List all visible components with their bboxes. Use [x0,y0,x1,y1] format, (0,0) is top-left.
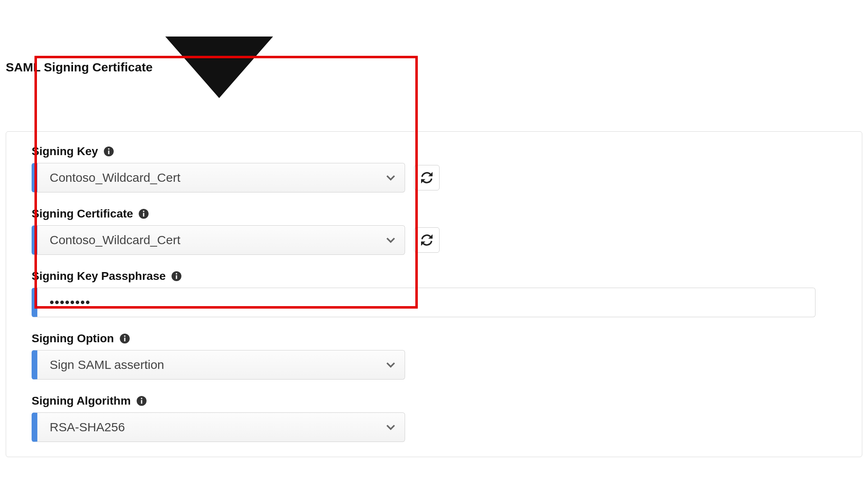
signing-certificate-refresh-button[interactable] [414,227,440,253]
signing-algorithm-select[interactable]: RSA-SHA256 [32,412,405,442]
refresh-icon [421,172,433,183]
signing-key-refresh-button[interactable] [414,165,440,190]
info-icon[interactable] [120,334,130,343]
chevron-down-icon [386,173,396,183]
signing-key-passphrase-input[interactable]: •••••••• [32,288,815,317]
svg-rect-10 [124,338,125,341]
refresh-icon [421,234,433,246]
info-icon[interactable] [139,209,149,219]
svg-rect-1 [108,151,109,154]
svg-point-2 [108,148,110,150]
svg-rect-13 [141,400,142,404]
chevron-down-icon [386,360,396,370]
signing-certificate-group: Signing Certificate Contoso_Wildcard_Cer… [32,207,836,255]
signing-key-group: Signing Key Contoso_Wildcard_Cert [32,145,836,192]
signing-certificate-label: Signing Certificate [32,207,133,220]
signing-certificate-select[interactable]: Contoso_Wildcard_Cert [32,225,405,255]
signing-key-value: Contoso_Wildcard_Cert [50,171,180,185]
signing-algorithm-label: Signing Algorithm [32,394,131,407]
signing-algorithm-group: Signing Algorithm RSA-SHA256 [32,394,836,442]
signing-key-passphrase-group: Signing Key Passphrase •••••••• [32,270,836,317]
signing-option-value: Sign SAML assertion [50,358,164,372]
svg-rect-7 [176,275,177,279]
section-title-text: SAML Signing Certificate [6,60,153,74]
signing-option-label: Signing Option [32,332,114,345]
svg-point-8 [176,273,177,275]
signing-certificate-value: Contoso_Wildcard_Cert [50,233,180,247]
signing-option-select[interactable]: Sign SAML assertion [32,350,405,380]
signing-key-label: Signing Key [32,145,98,158]
saml-signing-panel: Signing Key Contoso_Wildcard_Cert [6,131,862,457]
info-icon[interactable] [172,271,181,281]
svg-point-11 [124,335,126,337]
chevron-down-icon [386,235,396,245]
svg-point-5 [143,211,145,212]
chevron-down-icon [386,422,396,432]
svg-rect-4 [143,213,144,217]
svg-point-14 [141,398,142,399]
info-icon[interactable] [104,146,114,156]
signing-key-select[interactable]: Contoso_Wildcard_Cert [32,163,405,192]
signing-algorithm-value: RSA-SHA256 [50,420,125,434]
info-icon[interactable] [137,396,147,406]
signing-option-group: Signing Option Sign SAML assertion [32,332,836,380]
caret-down-icon [158,6,281,129]
section-header[interactable]: SAML Signing Certificate [6,6,862,131]
passphrase-masked-value: •••••••• [50,295,91,309]
signing-key-passphrase-label: Signing Key Passphrase [32,270,166,283]
